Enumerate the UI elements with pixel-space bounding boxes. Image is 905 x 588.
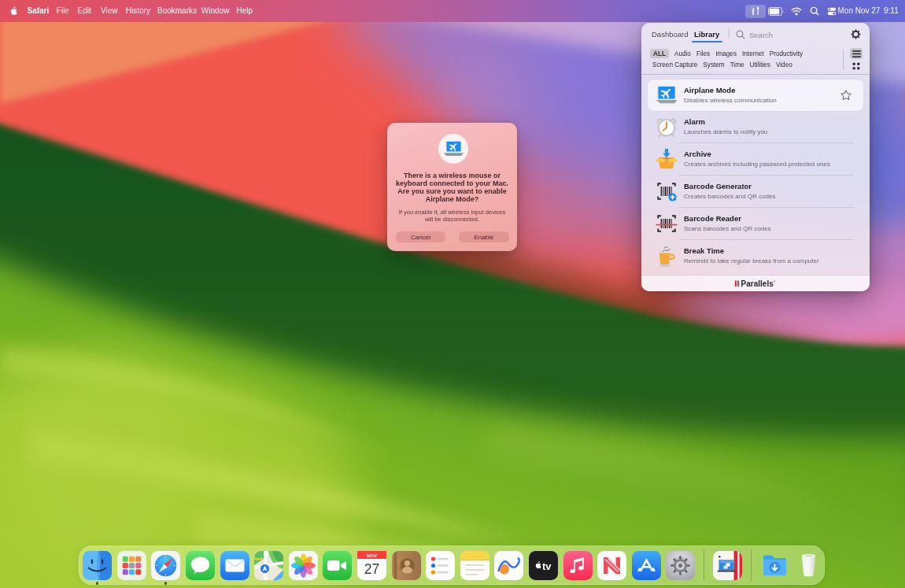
svg-text:NOV: NOV (367, 553, 377, 557)
svg-text:tv: tv (542, 560, 552, 572)
svg-text:Parallels: Parallels (741, 279, 774, 288)
svg-text:®: ® (774, 280, 776, 283)
svg-text:27: 27 (364, 561, 379, 577)
